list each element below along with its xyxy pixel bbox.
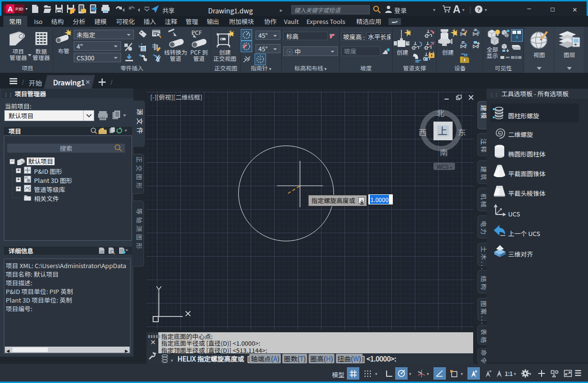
svg-text:?: ? <box>477 7 480 12</box>
svg-text:P3D: P3D <box>15 7 23 11</box>
svg-text:I: I <box>464 57 466 62</box>
svg-text:A: A <box>8 5 13 13</box>
